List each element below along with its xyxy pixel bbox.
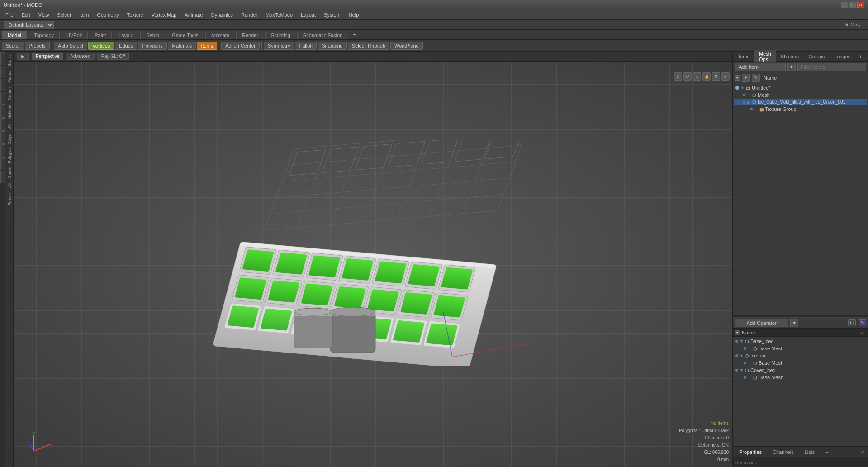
rp-tab-groups[interactable]: Groups: [804, 53, 830, 60]
sidebar-deform[interactable]: Deform: [6, 86, 13, 103]
materials-button[interactable]: Materials: [168, 42, 196, 50]
menu-select[interactable]: Select: [53, 11, 75, 19]
bottom-tab-properties[interactable]: Properties: [735, 448, 766, 456]
rp-expand-icon[interactable]: ⤢: [866, 53, 868, 60]
tab-schematic-fusion[interactable]: Schematic Fusion: [297, 31, 348, 39]
tab-uvedit[interactable]: UVEdit: [61, 31, 88, 39]
rp-tab-mesh-ops[interactable]: Mesh Ops: [754, 50, 776, 63]
left-tool-2[interactable]: [0, 66, 5, 78]
tab-topology[interactable]: Topology: [28, 31, 60, 39]
menu-system[interactable]: System: [320, 11, 344, 19]
tab-render[interactable]: Render: [236, 31, 264, 39]
rp-tab-images[interactable]: Images: [830, 53, 855, 60]
rp-tab-shading[interactable]: Shading: [776, 53, 804, 60]
polygons-button[interactable]: Polygons: [138, 42, 166, 50]
tree-item-texture-group[interactable]: ▶ ▦ Texture Group: [734, 105, 867, 113]
sidebar-edge[interactable]: Edge: [6, 133, 13, 146]
rp-col-btn-1[interactable]: ●: [735, 75, 740, 81]
tab-setup[interactable]: Setup: [140, 31, 165, 39]
left-tool-7[interactable]: [0, 131, 5, 144]
left-tool-1[interactable]: [0, 52, 5, 65]
viewport-expand-icon-2[interactable]: ⤢: [721, 72, 730, 81]
scene-tree[interactable]: ▼ 🗂 Untitled* ▶ ⬡ Mesh ▶ ⬡ Ice_Cube_Mold…: [733, 83, 868, 315]
ops-item-base-mesh-3[interactable]: ▶ ⬡ Base Mesh: [734, 374, 867, 381]
ops-expand-btn[interactable]: ⤢: [859, 330, 866, 335]
minimize-button[interactable]: ─: [841, 2, 848, 8]
menu-texture[interactable]: Texture: [123, 11, 147, 19]
sidebar-polygon[interactable]: Polygon: [6, 147, 13, 165]
rp-add-icon[interactable]: +: [742, 74, 750, 82]
tab-paint[interactable]: Paint: [89, 31, 112, 39]
left-tool-8[interactable]: [0, 144, 5, 157]
layout-dropdown[interactable]: Default Layouts: [4, 21, 54, 29]
menu-render[interactable]: Render: [237, 11, 261, 19]
sidebar-uv2[interactable]: UV: [6, 181, 13, 191]
tab-layout[interactable]: Layout: [113, 31, 139, 39]
sidebar-fusion[interactable]: Fusion: [6, 191, 13, 207]
left-tool-9[interactable]: [0, 157, 5, 170]
menu-maxtomodo[interactable]: MaxToModo: [262, 11, 296, 19]
items-button[interactable]: Items: [197, 42, 217, 50]
rp-tab-items[interactable]: Items: [733, 53, 754, 60]
left-tool-4[interactable]: [0, 92, 5, 105]
menu-vertex-map[interactable]: Vertex Map: [148, 11, 180, 19]
viewport-settings-icon[interactable]: ⚙: [712, 72, 720, 81]
vertices-button[interactable]: Vertices: [88, 42, 114, 50]
menu-view[interactable]: View: [35, 11, 53, 19]
menu-dynamics[interactable]: Dynamics: [208, 11, 237, 19]
workplane-button[interactable]: WorkPlane: [390, 42, 423, 50]
add-item-button[interactable]: Add Item: [735, 63, 786, 71]
tab-animate[interactable]: Animate: [205, 31, 235, 39]
bottom-tab-channels[interactable]: Channels: [768, 448, 798, 456]
tab-game-tools[interactable]: Game Tools: [166, 31, 204, 39]
bottom-expand-icon[interactable]: ⤢: [859, 448, 866, 455]
perspective-button[interactable]: Perspective: [32, 53, 63, 60]
filter-items-input[interactable]: [797, 63, 866, 71]
ops-item-base-mesh-1[interactable]: ▶ ⬡ Base Mesh: [734, 345, 867, 352]
bottom-tab-lists[interactable]: Lists: [800, 448, 820, 456]
sidebar-vertex[interactable]: Vertex: [6, 69, 13, 85]
snapping-button[interactable]: Snapping: [318, 42, 347, 50]
sidebar-material[interactable]: Material: [6, 103, 13, 121]
ops-item-base-iced[interactable]: ▼ ⬡ Base_iced: [734, 338, 867, 345]
ops-item-ice-out[interactable]: ▼ ⬡ Ice_out: [734, 352, 867, 359]
sidebar-sculpt[interactable]: Sculpt: [6, 53, 13, 68]
scene-canvas[interactable]: ⊙ ↺ ⌕ 🔒 ⚙ ⤢: [14, 62, 732, 467]
tree-item-untitled[interactable]: ▼ 🗂 Untitled*: [734, 84, 867, 91]
menu-layout[interactable]: Layout: [297, 11, 319, 19]
presets-button[interactable]: Presets: [25, 42, 50, 50]
ray-gl-button[interactable]: Ray GL: Off: [97, 53, 129, 60]
symmetry-button[interactable]: Symmetry: [264, 42, 294, 50]
tab-add-button[interactable]: +: [349, 29, 360, 39]
bottom-tab-plus[interactable]: +: [821, 448, 833, 456]
add-operator-button[interactable]: Add Operator: [735, 319, 788, 327]
maximize-button[interactable]: □: [849, 2, 856, 8]
edges-button[interactable]: Edges: [115, 42, 137, 50]
command-input[interactable]: [735, 460, 866, 465]
viewport-reset-icon[interactable]: ↺: [683, 72, 692, 81]
falloff-button[interactable]: Falloff: [295, 42, 317, 50]
advanced-button[interactable]: Advanced: [66, 53, 94, 60]
menu-file[interactable]: File: [2, 11, 17, 19]
left-tool-3[interactable]: [0, 79, 5, 91]
menu-edit[interactable]: Edit: [18, 11, 34, 19]
sidebar-curve[interactable]: Curve: [6, 166, 13, 180]
sidebar-uv[interactable]: UV: [6, 122, 13, 132]
ops-col-btn[interactable]: ●: [735, 330, 740, 335]
command-bar[interactable]: [733, 457, 868, 467]
left-tool-6[interactable]: [0, 118, 5, 131]
rp-tab-add-button[interactable]: +: [855, 53, 865, 60]
tree-item-ice-cube-mold[interactable]: ▶ ⬡ Ice_Cube_Mold_filled_with_Ice_Green_…: [734, 99, 867, 105]
viewport-expand-icon[interactable]: ▶: [17, 53, 29, 60]
ops-tree[interactable]: ▼ ⬡ Base_iced ▶ ⬡ Base Mesh ▼ ⬡ Ice_out: [733, 337, 868, 446]
select-through-button[interactable]: Select Through: [348, 42, 389, 50]
ops-item-cover-iced[interactable]: ▼ ⬡ Cover_iced: [734, 367, 867, 374]
viewport-zoom-icon[interactable]: ⌕: [693, 72, 701, 81]
viewport[interactable]: ▶ Perspective Advanced Ray GL: Off ⊙ ↺ ⌕…: [14, 52, 732, 467]
menu-animate[interactable]: Animate: [181, 11, 206, 19]
lrp-g-btn[interactable]: G: [848, 319, 856, 326]
action-center-button[interactable]: Action Center: [221, 42, 260, 50]
sculpt-button[interactable]: Sculpt: [2, 42, 24, 50]
ops-item-base-mesh-2[interactable]: ▶ ⬡ Base Mesh: [734, 359, 867, 367]
tab-scripting[interactable]: Scripting: [265, 31, 296, 39]
